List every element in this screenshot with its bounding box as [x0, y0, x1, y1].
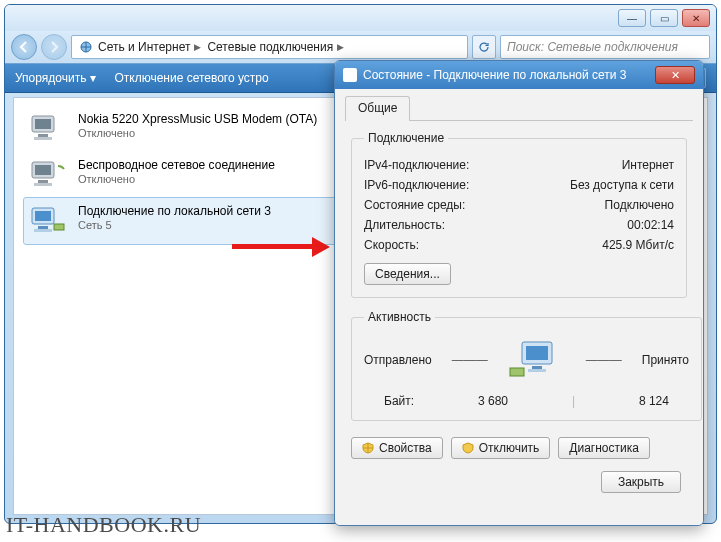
connection-group: Подключение IPv4-подключение:Интернет IP…: [351, 131, 687, 298]
chevron-right-icon: ▶: [337, 42, 344, 52]
properties-button[interactable]: Свойства: [351, 437, 443, 459]
recv-label: Принято: [642, 353, 689, 367]
svg-rect-13: [38, 180, 48, 183]
address-row: Сеть и Интернет ▶ Сетевые подключения ▶ …: [5, 31, 716, 63]
address-bar[interactable]: Сеть и Интернет ▶ Сетевые подключения ▶: [71, 35, 468, 59]
nav-forward-button[interactable]: [41, 34, 67, 60]
nav-back-button[interactable]: [11, 34, 37, 60]
close-button[interactable]: Закрыть: [601, 471, 681, 493]
list-item-sub: Сеть 5: [78, 219, 271, 231]
ipv4-value: Интернет: [622, 158, 674, 172]
nic-icon: [28, 112, 68, 146]
svg-rect-14: [34, 183, 52, 186]
ipv4-label: IPv4-подключение:: [364, 158, 469, 172]
activity-group: Активность Отправлено ——— ——— Принято Ба…: [351, 310, 702, 421]
dialog-close-button[interactable]: ✕: [655, 66, 695, 84]
activity-legend: Активность: [364, 310, 435, 324]
details-label: Сведения...: [375, 267, 440, 281]
svg-rect-24: [510, 368, 524, 376]
svg-rect-8: [35, 119, 51, 129]
dialog-titlebar[interactable]: Состояние - Подключение по локальной сет…: [335, 61, 703, 89]
breadcrumb-root[interactable]: Сеть и Интернет ▶: [78, 40, 201, 54]
bytes-recv: 8 124: [639, 394, 669, 408]
svg-rect-17: [38, 226, 48, 229]
nic-icon: [28, 204, 68, 238]
diagnose-button[interactable]: Диагностика: [558, 437, 650, 459]
minimize-button[interactable]: —: [618, 9, 646, 27]
organize-label: Упорядочить: [15, 71, 86, 85]
search-placeholder: Поиск: Сетевые подключения: [507, 40, 678, 54]
dialog-title: Состояние - Подключение по локальной сет…: [363, 68, 627, 82]
svg-rect-10: [34, 137, 52, 140]
annotation-arrow: [232, 237, 332, 257]
nic-icon: [28, 158, 68, 192]
disable-label: Отключение сетевого устро: [114, 71, 268, 85]
ipv6-value: Без доступа к сети: [570, 178, 674, 192]
chevron-down-icon: ▾: [90, 71, 96, 85]
svg-rect-16: [35, 211, 51, 221]
search-input[interactable]: Поиск: Сетевые подключения: [500, 35, 710, 59]
media-value: Подключено: [605, 198, 674, 212]
shield-icon: [362, 442, 374, 454]
connection-legend: Подключение: [364, 131, 448, 145]
list-item-sub: Отключено: [78, 127, 317, 139]
svg-rect-9: [38, 134, 48, 137]
properties-label: Свойства: [379, 441, 432, 455]
details-button[interactable]: Сведения...: [364, 263, 451, 285]
status-dialog: Состояние - Подключение по локальной сет…: [334, 60, 704, 526]
window-titlebar[interactable]: — ▭ ✕: [5, 5, 716, 31]
organize-menu[interactable]: Упорядочить ▾: [15, 71, 96, 85]
activity-icon: [508, 338, 566, 382]
maximize-button[interactable]: ▭: [650, 9, 678, 27]
tabstrip: Общие: [345, 95, 693, 121]
divider-line: ———: [586, 353, 622, 367]
shield-icon: [462, 442, 474, 454]
network-icon: [78, 40, 94, 54]
breadcrumb-current[interactable]: Сетевые подключения ▶: [207, 40, 344, 54]
arrow-left-icon: [18, 41, 30, 53]
diagnose-label: Диагностика: [569, 441, 639, 455]
refresh-button[interactable]: [472, 35, 496, 59]
speed-label: Скорость:: [364, 238, 419, 252]
breadcrumb-root-label: Сеть и Интернет: [98, 40, 190, 54]
list-item-title: Nokia 5220 XpressMusic USB Modem (OTA): [78, 112, 317, 126]
svg-rect-23: [528, 369, 546, 372]
ipv6-label: IPv6-подключение:: [364, 178, 469, 192]
disable-device-button[interactable]: Отключение сетевого устро: [114, 71, 268, 85]
chevron-right-icon: ▶: [194, 42, 201, 52]
list-item-sub: Отключено: [78, 173, 275, 185]
dialog-icon: [343, 68, 357, 82]
tab-general[interactable]: Общие: [345, 96, 410, 121]
arrow-right-icon: [48, 41, 60, 53]
window-close-button[interactable]: ✕: [682, 9, 710, 27]
close-label: Закрыть: [618, 475, 664, 489]
list-item-title: Беспроводное сетевое соединение: [78, 158, 275, 172]
svg-rect-21: [526, 346, 548, 360]
divider-line: ———: [452, 353, 488, 367]
watermark: IT-HANDBOOK.RU: [6, 512, 201, 538]
bytes-sent: 3 680: [478, 394, 508, 408]
duration-label: Длительность:: [364, 218, 445, 232]
refresh-icon: [478, 41, 490, 53]
disable-button[interactable]: Отключить: [451, 437, 551, 459]
duration-value: 00:02:14: [627, 218, 674, 232]
svg-rect-22: [532, 366, 542, 369]
bytes-label: Байт:: [384, 394, 414, 408]
list-item-title: Подключение по локальной сети 3: [78, 204, 271, 218]
svg-rect-12: [35, 165, 51, 175]
disable-label: Отключить: [479, 441, 540, 455]
tab-label: Общие: [358, 101, 397, 115]
sent-label: Отправлено: [364, 353, 432, 367]
breadcrumb-current-label: Сетевые подключения: [207, 40, 333, 54]
svg-rect-19: [54, 224, 64, 230]
svg-rect-18: [34, 229, 52, 232]
speed-value: 425.9 Мбит/с: [602, 238, 674, 252]
media-label: Состояние среды:: [364, 198, 465, 212]
